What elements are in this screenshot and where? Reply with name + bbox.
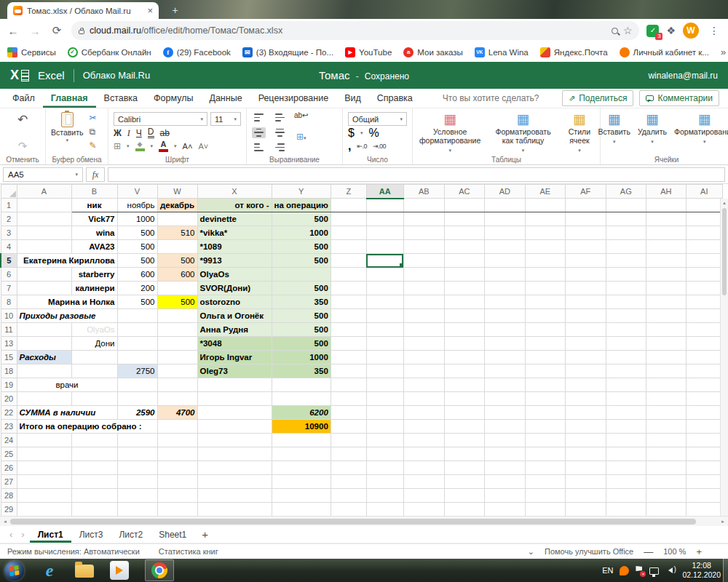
cell-AI2[interactable] <box>686 212 722 226</box>
cell-AG18[interactable] <box>606 364 646 378</box>
cell-AB11[interactable] <box>403 323 444 337</box>
cell-A20[interactable] <box>17 392 71 406</box>
cell-AG7[interactable] <box>606 282 646 295</box>
cell-W5[interactable]: 500 <box>157 254 197 268</box>
row-header-7[interactable]: 7 <box>1 282 17 295</box>
cell-A3[interactable] <box>17 226 71 240</box>
row-header-10[interactable]: 10 <box>1 309 17 323</box>
cell-AF5[interactable] <box>565 254 606 268</box>
cell-AB26[interactable] <box>403 461 444 475</box>
scroll-up-icon[interactable]: ▲ <box>721 199 728 207</box>
cell-A4[interactable] <box>17 240 71 254</box>
cell-AD27[interactable] <box>484 475 525 489</box>
menu-tab-Формулы[interactable]: Формулы <box>146 89 201 108</box>
cell-AE7[interactable] <box>525 282 565 295</box>
cell-X29[interactable] <box>197 503 272 517</box>
cell-AG24[interactable] <box>606 434 646 447</box>
cell-AG19[interactable] <box>606 378 646 392</box>
calc-mode-status[interactable]: Режим вычисления: Автоматически <box>7 547 140 556</box>
cell-AF22[interactable] <box>565 406 606 420</box>
cell-X6[interactable]: OlyaOs <box>197 268 272 282</box>
horizontal-scrollbar[interactable]: ◄ ► <box>0 516 728 526</box>
cell-AD28[interactable] <box>484 489 525 503</box>
cell-Y5[interactable]: 500 <box>272 254 331 268</box>
cell-Z29[interactable] <box>331 503 366 517</box>
menu-tab-Данные[interactable]: Данные <box>201 89 250 108</box>
media-player-icon[interactable] <box>110 561 129 580</box>
cell-AG11[interactable] <box>606 323 646 337</box>
cell-AB25[interactable] <box>403 447 444 461</box>
cell-AC8[interactable] <box>444 295 484 309</box>
back-icon[interactable]: ← <box>6 25 20 37</box>
cell-B15[interactable] <box>71 351 117 364</box>
cell-AA6[interactable] <box>366 268 403 282</box>
cell-AC6[interactable] <box>444 268 484 282</box>
cell-AA7[interactable] <box>366 282 403 295</box>
cell-X3[interactable]: *vikka* <box>197 226 272 240</box>
cell-AG4[interactable] <box>606 240 646 254</box>
cut-icon[interactable]: ✂ <box>90 113 97 122</box>
cell-AB27[interactable] <box>403 475 444 489</box>
cell-AF29[interactable] <box>565 503 606 517</box>
cell-AD15[interactable] <box>484 351 525 364</box>
cell-X11[interactable]: Анна Рудня <box>197 323 272 337</box>
cell-AH27[interactable] <box>646 475 686 489</box>
cell-A10[interactable]: Приходы разовые <box>17 309 117 323</box>
cell-AG20[interactable] <box>606 392 646 406</box>
cell-A22[interactable]: СУММА в наличии <box>17 406 117 420</box>
cell-A2[interactable] <box>17 212 71 226</box>
cell-AF19[interactable] <box>565 378 606 392</box>
cell-Y13[interactable]: 500 <box>272 337 331 351</box>
cell-Y1[interactable]: на операцию <box>272 199 331 212</box>
sheet-tab-Лист1[interactable]: Лист1 <box>30 526 71 543</box>
cell-B11[interactable]: OlyaOs <box>71 323 117 337</box>
cell-B3[interactable]: wina <box>71 226 117 240</box>
cell-AB20[interactable] <box>403 392 444 406</box>
cell-AF25[interactable] <box>565 447 606 461</box>
page-zoom-icon[interactable] <box>612 28 618 34</box>
cell-AC25[interactable] <box>444 447 484 461</box>
cell-AD3[interactable] <box>484 226 525 240</box>
cell-AI13[interactable] <box>686 337 722 351</box>
cell-Y6[interactable] <box>272 268 331 282</box>
cell-AA18[interactable] <box>366 364 403 378</box>
cell-X18[interactable]: Oleg73 <box>197 364 272 378</box>
cell-X24[interactable] <box>197 434 272 447</box>
cell-AH3[interactable] <box>646 226 686 240</box>
cell-W15[interactable] <box>157 351 197 364</box>
cell-AF6[interactable] <box>565 268 606 282</box>
cell-AD20[interactable] <box>484 392 525 406</box>
cell-AI5[interactable] <box>686 254 722 268</box>
cell-Y15[interactable]: 1000 <box>272 351 331 364</box>
document-title[interactable]: Томас <box>319 69 350 81</box>
strikethrough-icon[interactable]: ab <box>160 129 170 137</box>
cell-AE28[interactable] <box>525 489 565 503</box>
cell-AA2[interactable] <box>366 212 403 226</box>
cell-B20[interactable] <box>71 392 117 406</box>
bookmark-item[interactable]: Сервисы <box>7 47 56 57</box>
cell-Y23[interactable]: 10900 <box>272 420 331 434</box>
bookmark-item[interactable]: ✓Сбербанк Онлайн <box>68 47 151 57</box>
cell-AG29[interactable] <box>606 503 646 517</box>
column-header-X[interactable]: X <box>197 185 272 199</box>
row-header-13[interactable]: 13 <box>1 337 17 351</box>
cell-AE19[interactable] <box>525 378 565 392</box>
cell-AG8[interactable] <box>606 295 646 309</box>
align-bottom-icon[interactable] <box>252 142 266 153</box>
row-header-18[interactable]: 18 <box>1 364 17 378</box>
cell-Z1[interactable] <box>331 199 366 212</box>
cell-X10[interactable]: Ольга и Огонёк <box>197 309 272 323</box>
cell-AG5[interactable] <box>606 254 646 268</box>
cell-W20[interactable] <box>157 392 197 406</box>
cell-AH22[interactable] <box>646 406 686 420</box>
cell-AC24[interactable] <box>444 434 484 447</box>
cell-W29[interactable] <box>157 503 197 517</box>
cell-AA8[interactable] <box>366 295 403 309</box>
cell-AA24[interactable] <box>366 434 403 447</box>
cell-AD29[interactable] <box>484 503 525 517</box>
cell-AD1[interactable] <box>484 199 525 212</box>
cell-AF18[interactable] <box>565 364 606 378</box>
cell-AC10[interactable] <box>444 309 484 323</box>
cell-W23[interactable] <box>157 420 197 434</box>
underline-icon[interactable]: Ч <box>136 129 142 137</box>
